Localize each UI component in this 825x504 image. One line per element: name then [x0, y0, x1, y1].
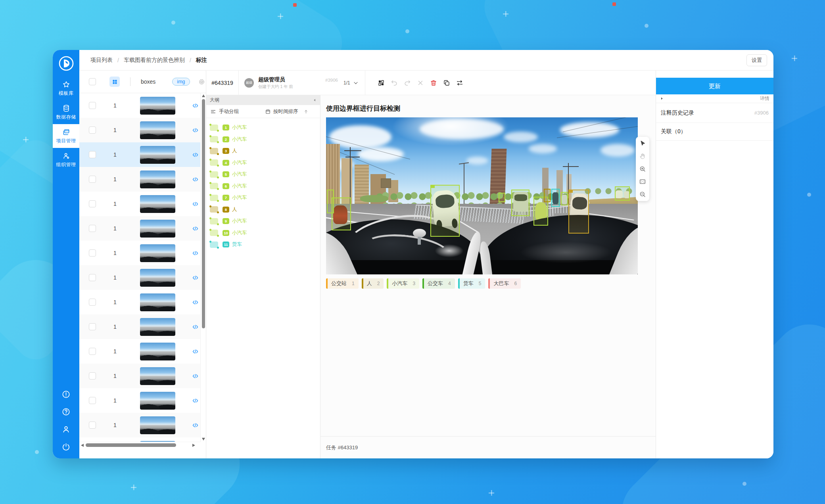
relations-row[interactable]: 关联（0） [656, 123, 773, 141]
scrollbar-thumb[interactable] [202, 99, 205, 328]
copy-button[interactable] [443, 79, 451, 87]
bounding-box[interactable] [615, 186, 630, 201]
help-icon[interactable] [61, 407, 71, 416]
row-checkbox[interactable] [89, 225, 96, 232]
row-checkbox[interactable] [89, 151, 96, 158]
task-thumbnail[interactable] [140, 146, 175, 164]
code-icon[interactable] [192, 324, 199, 330]
bounding-box[interactable] [499, 193, 505, 202]
row-checkbox[interactable] [89, 397, 96, 404]
breadcrumb-item[interactable]: 车载图看前方的景色辨别 [124, 57, 185, 64]
task-thumbnail[interactable] [140, 392, 175, 410]
scroll-right-arrow[interactable] [192, 444, 195, 447]
redo-button[interactable] [403, 79, 411, 87]
label-chip[interactable]: 大巴车6 [488, 278, 521, 289]
task-thumbnail[interactable] [140, 195, 175, 213]
code-icon[interactable] [192, 274, 199, 281]
close-button[interactable] [416, 79, 424, 87]
panorama-image[interactable] [326, 117, 638, 274]
code-icon[interactable] [192, 127, 199, 134]
breadcrumb-item[interactable]: 项目列表 [90, 57, 113, 64]
row-checkbox[interactable] [89, 348, 96, 355]
task-row[interactable]: 1 [79, 339, 201, 364]
task-thumbnail[interactable] [140, 220, 175, 238]
row-checkbox[interactable] [89, 126, 96, 134]
outline-item[interactable]: 10小汽车 [206, 227, 320, 239]
scroll-up-arrow[interactable] [202, 94, 205, 97]
grid-button[interactable] [377, 79, 385, 87]
code-icon[interactable] [192, 373, 199, 379]
task-row[interactable]: 1 [79, 265, 201, 290]
outline-item[interactable]: 2小汽车 [206, 134, 320, 146]
power-icon[interactable] [61, 442, 71, 451]
sidebar-item-star[interactable]: 模板库 [53, 77, 79, 100]
sort-direction-icon[interactable] [303, 109, 309, 114]
update-button[interactable]: 更新 [656, 78, 773, 94]
task-row[interactable]: 1 [79, 364, 201, 388]
task-thumbnail[interactable] [140, 97, 175, 115]
task-row[interactable]: 1 [79, 118, 201, 142]
row-checkbox[interactable] [89, 200, 96, 207]
trash-button[interactable] [430, 79, 437, 87]
collapse-left-icon[interactable] [313, 98, 317, 102]
task-thumbnail[interactable] [140, 121, 175, 139]
row-checkbox[interactable] [89, 299, 96, 306]
zoom-out-tool-button[interactable] [639, 190, 647, 198]
annotation-pager[interactable]: 1/1 [343, 80, 359, 86]
task-thumbnail[interactable] [140, 293, 175, 311]
outline-item[interactable]: 11货车 [206, 239, 320, 251]
task-row[interactable]: 1 [79, 388, 201, 413]
gear-icon[interactable] [198, 78, 205, 86]
cursor-tool-button[interactable] [639, 140, 647, 148]
sidebar-item-projects[interactable]: 项目管理 [53, 124, 79, 148]
code-icon[interactable] [192, 102, 199, 109]
row-checkbox[interactable] [89, 323, 96, 330]
bounding-box[interactable] [511, 190, 530, 216]
task-thumbnail[interactable] [140, 269, 175, 287]
group-mode-icon[interactable] [210, 109, 216, 115]
label-chip[interactable]: 人2 [362, 278, 384, 289]
outline-item[interactable]: 8人 [206, 204, 320, 216]
user-icon[interactable] [61, 425, 71, 434]
fit-tool-button[interactable] [639, 178, 647, 186]
task-thumbnail[interactable] [140, 244, 175, 262]
outline-item[interactable]: 3人 [206, 145, 320, 157]
task-thumbnail[interactable] [140, 318, 175, 336]
sort-calendar-icon[interactable] [265, 109, 271, 115]
label-chip[interactable]: 小汽车3 [387, 278, 419, 289]
task-thumbnail[interactable] [140, 171, 175, 188]
task-row[interactable]: 1 [79, 216, 201, 241]
grid-view-icon[interactable] [109, 77, 120, 87]
label-chip[interactable]: 货车5 [458, 278, 485, 289]
task-thumbnail[interactable] [140, 343, 175, 360]
vertical-scrollbar[interactable] [200, 93, 206, 442]
code-icon[interactable] [192, 422, 199, 429]
label-chip[interactable]: 公交站1 [326, 278, 359, 289]
outline-item[interactable]: 4小汽车 [206, 157, 320, 169]
task-row[interactable]: 1 [79, 142, 201, 167]
settings-button[interactable]: 设置 [746, 54, 767, 66]
info-icon[interactable] [61, 390, 71, 399]
scroll-left-arrow[interactable] [81, 444, 84, 447]
outline-item[interactable]: 7小汽车 [206, 192, 320, 204]
outline-item[interactable]: 6小汽车 [206, 180, 320, 192]
task-row[interactable]: 1 [79, 314, 201, 339]
task-thumbnail[interactable] [140, 367, 175, 385]
bounding-box[interactable] [332, 197, 351, 230]
code-icon[interactable] [192, 176, 199, 183]
bounding-box[interactable] [561, 192, 568, 205]
swap-button[interactable] [456, 79, 464, 87]
task-thumbnail[interactable] [140, 416, 175, 434]
row-checkbox[interactable] [89, 372, 96, 379]
row-checkbox[interactable] [89, 102, 96, 109]
task-row[interactable]: 1 [79, 167, 201, 192]
code-icon[interactable] [192, 299, 199, 306]
annotation-history-row[interactable]: 注释历史记录 #3906 [656, 103, 773, 123]
hand-tool-button[interactable] [639, 152, 647, 160]
bounding-box[interactable] [544, 189, 551, 202]
outline-item[interactable]: 9小汽车 [206, 215, 320, 227]
annotator-info[interactable]: 超级 超级管理员 创建于大约 1 年 前 #3906 [239, 71, 332, 95]
task-row[interactable]: 1 [79, 192, 201, 216]
row-checkbox[interactable] [89, 249, 96, 257]
app-logo[interactable] [58, 55, 75, 72]
